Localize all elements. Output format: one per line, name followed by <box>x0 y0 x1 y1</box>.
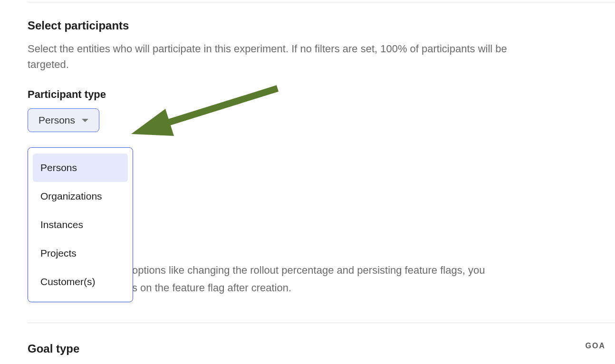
participant-type-selected-value: Persons <box>38 115 75 126</box>
dropdown-option-projects[interactable]: Projects <box>33 239 128 268</box>
dropdown-option-customers[interactable]: Customer(s) <box>33 268 128 296</box>
section-title: Select participants <box>28 19 596 32</box>
caret-down-icon <box>82 119 88 122</box>
section-description: Select the entities who will participate… <box>28 41 512 72</box>
section-divider-top <box>28 2 615 2</box>
dropdown-option-instances[interactable]: Instances <box>33 211 128 239</box>
participant-type-trigger[interactable]: Persons <box>28 108 99 132</box>
dropdown-option-organizations[interactable]: Organizations <box>33 182 128 211</box>
dropdown-option-persons[interactable]: Persons <box>33 153 128 182</box>
participant-type-label: Participant type <box>28 88 596 101</box>
goa-badge: GOA <box>586 342 605 350</box>
goal-type-title: Goal type <box>28 342 79 355</box>
section-divider-mid <box>28 323 615 323</box>
participant-type-menu: Persons Organizations Instances Projects… <box>28 147 133 302</box>
participants-section: Select participants Select the entities … <box>28 19 596 132</box>
participant-type-dropdown: Persons Persons Organizations Instances … <box>28 108 99 132</box>
